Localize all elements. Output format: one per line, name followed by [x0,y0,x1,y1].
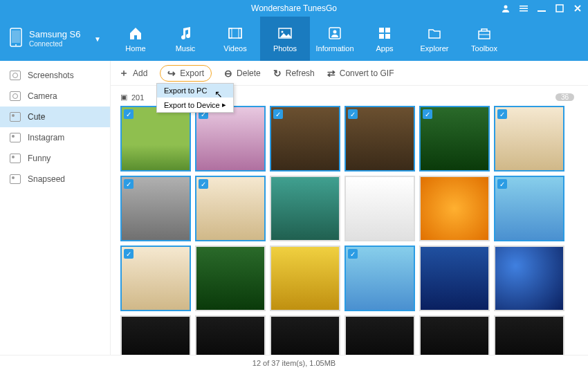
delete-button[interactable]: ⊖Delete [224,68,261,79]
button-label: Convert to GIF [340,68,394,78]
tab-label: Toolbox [471,44,497,53]
tab-information[interactable]: Information [310,17,360,61]
svg-rect-17 [385,28,390,33]
sidebar-item-camera[interactable]: Camera [0,86,110,107]
toolbar: ＋Add ↪Export ⊖Delete ↻Refresh ⇄Convert t… [111,61,588,86]
convert-icon: ⇄ [327,68,336,79]
add-button[interactable]: ＋Add [119,67,147,80]
sidebar-item-instagram[interactable]: Instagram [0,127,110,148]
tab-home[interactable]: Home [111,17,160,61]
body: Screenshots Camera Cute Instagram Funny … [0,61,588,355]
sidebar-item-funny[interactable]: Funny [0,148,110,169]
app-title: Wondershare TunesGo [251,3,337,13]
tab-label: Photos [273,44,297,53]
photo-thumb[interactable]: ✓ [270,246,340,311]
photo-thumb[interactable]: ✓ [494,106,564,172]
minimize-icon[interactable] [537,3,546,13]
maximize-icon[interactable] [555,3,564,13]
svg-rect-9 [229,28,241,38]
music-icon [177,25,194,41]
tab-label: Explorer [421,44,449,53]
tab-music[interactable]: Music [160,17,210,61]
svg-rect-3 [520,10,528,12]
folder-icon [426,25,443,41]
user-icon[interactable] [501,3,511,13]
svg-point-15 [333,30,337,34]
tab-photos[interactable]: Photos [260,17,310,61]
tab-label: Videos [223,44,246,53]
sidebar-item-snapseed[interactable]: Snapseed [0,169,110,189]
photo-thumb[interactable]: ✓ [195,176,266,241]
svg-rect-4 [538,10,546,12]
group-date: 201 [131,93,144,102]
photo-thumb[interactable]: ✓ [344,315,415,355]
minus-icon: ⊖ [224,68,232,79]
export-button[interactable]: ↪Export [160,65,212,82]
photo-thumb[interactable]: ✓ [419,246,490,311]
svg-point-8 [15,44,17,46]
photo-content: ▣ 201 36 ✓ ✓ ✓ ✓ ✓ ✓ ✓ ✓ ✓ ✓ ✓ ✓ ✓ ✓ ✓ ✓ [111,86,588,355]
convert-button[interactable]: ⇄Convert to GIF [327,68,394,79]
photo-grid: ✓ ✓ ✓ ✓ ✓ ✓ ✓ ✓ ✓ ✓ ✓ ✓ ✓ ✓ ✓ ✓ ✓ ✓ ✓ ✓ [120,106,578,355]
status-text: 12 of 37 item(s), 1.05MB [252,359,336,367]
video-icon [227,25,244,41]
export-icon: ↪ [167,68,176,79]
photo-thumb[interactable]: ✓ [419,106,490,172]
sidebar-item-screenshots[interactable]: Screenshots [0,65,110,86]
photo-thumb[interactable]: ✓ [270,176,340,241]
device-name: Samsung S6 [29,29,80,40]
photo-thumb[interactable]: ✓ [419,176,490,241]
photo-thumb[interactable]: ✓ [344,246,415,311]
sidebar-item-cute[interactable]: Cute [0,107,110,127]
plus-icon: ＋ [119,67,129,80]
close-icon[interactable] [573,3,582,13]
photo-thumb[interactable]: ✓ [120,176,191,241]
sidebar-item-label: Funny [28,154,50,163]
photo-thumb[interactable]: ✓ [270,315,340,355]
phone-icon [10,28,22,50]
photo-thumb[interactable]: ✓ [120,246,191,311]
photo-thumb[interactable]: ✓ [120,106,191,172]
tab-toolbox[interactable]: Toolbox [459,17,509,61]
photo-thumb[interactable]: ✓ [344,106,415,172]
main-tabs: Home Music Videos Photos Information App… [111,17,588,61]
photo-thumb[interactable]: ✓ [419,315,490,355]
header: Samsung S6 Connected ▼ Home Music Videos… [0,17,588,61]
tab-label: Apps [376,44,393,53]
photo-thumb[interactable]: ✓ [195,106,266,172]
tab-videos[interactable]: Videos [210,17,260,61]
sidebar-item-label: Snapseed [28,174,65,184]
refresh-button[interactable]: ↻Refresh [273,68,315,79]
tab-label: Home [125,44,145,53]
photo-thumb[interactable]: ✓ [494,246,564,311]
camera-icon [10,71,21,80]
device-selector[interactable]: Samsung S6 Connected ▼ [0,17,111,61]
tab-apps[interactable]: Apps [360,17,410,61]
sidebar-item-label: Cute [28,112,45,122]
svg-rect-1 [520,6,528,7]
photo-thumb[interactable]: ✓ [494,315,564,355]
export-to-device[interactable]: Export to Device▸ [157,98,233,112]
image-icon [10,154,21,163]
title-bar: Wondershare TunesGo [0,0,588,17]
photo-thumb[interactable]: ✓ [344,176,415,241]
sidebar: Screenshots Camera Cute Instagram Funny … [0,61,111,355]
svg-rect-19 [385,34,390,39]
photo-thumb[interactable]: ✓ [270,106,340,172]
toolbox-icon [476,25,493,41]
photo-thumb[interactable]: ✓ [120,315,191,355]
check-icon: ✓ [124,249,134,259]
device-status: Connected [29,40,80,48]
svg-rect-2 [520,8,528,10]
menu-label: Export to PC [164,86,207,95]
image-icon [10,112,21,122]
image-icon [10,133,21,142]
contacts-icon [327,25,343,41]
tab-explorer[interactable]: Explorer [410,17,459,61]
photo-thumb[interactable]: ✓ [195,315,266,355]
photo-thumb[interactable]: ✓ [195,246,266,311]
svg-rect-7 [12,30,20,43]
tab-label: Information [315,44,353,53]
menu-icon[interactable] [519,3,529,13]
photo-thumb[interactable]: ✓ [494,176,564,241]
